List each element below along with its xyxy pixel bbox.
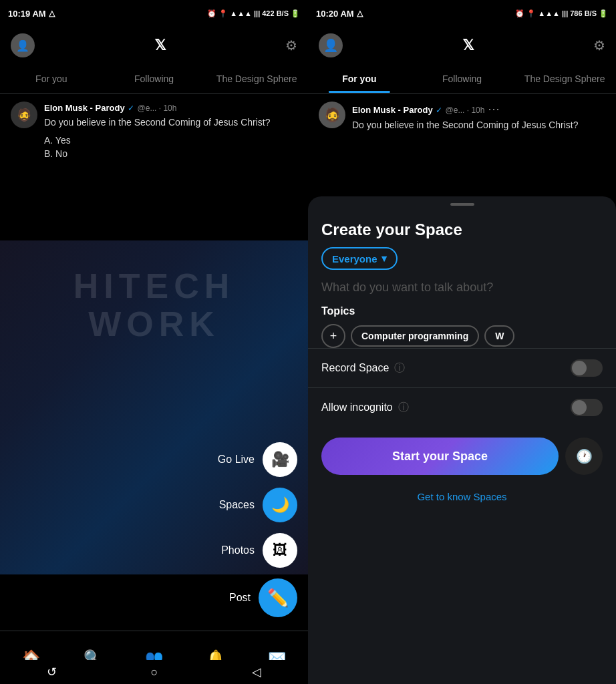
left-poll-options: A. Yes B. No	[44, 135, 297, 159]
add-topic-btn[interactable]: +	[321, 324, 345, 348]
left-alarm-icon: ⏰	[207, 9, 216, 18]
fab-go-live-label: Go Live	[218, 454, 255, 466]
record-space-label: Record Space ⓘ	[321, 361, 405, 375]
left-tweet-meta: @e... · 10h	[138, 104, 177, 113]
left-tab-for-you[interactable]: For you	[0, 64, 103, 93]
fab-post-btn[interactable]: ✏️	[259, 578, 297, 617]
fab-post-label: Post	[229, 592, 251, 604]
more-options-btn[interactable]: ⋯	[488, 102, 502, 116]
right-alarm-icon: ⏰	[515, 9, 524, 18]
left-time: 10:19 AM	[8, 9, 46, 19]
incognito-info-icon[interactable]: ⓘ	[398, 401, 409, 415]
left-wifi-icon: ▲▲▲	[230, 9, 252, 17]
left-poll-a: A. Yes	[44, 135, 297, 146]
right-avatar[interactable]: 👤	[319, 33, 343, 57]
record-space-toggle[interactable]	[571, 359, 603, 377]
sheet-title: Create your Space	[308, 210, 616, 247]
left-verified-icon: ✓	[128, 104, 134, 113]
fab-spaces-label: Spaces	[219, 499, 255, 511]
start-space-button[interactable]: Start your Space	[321, 438, 559, 475]
record-info-icon[interactable]: ⓘ	[394, 361, 405, 375]
watermark-line1: HITECH	[73, 267, 235, 305]
allow-incognito-row: Allow incognito ⓘ	[308, 387, 616, 427]
left-battery-icon: 🔋	[291, 9, 300, 18]
topics-chips: + Computer programming W	[321, 324, 603, 348]
go-live-icon: 🎥	[271, 451, 289, 468]
topics-label: Topics	[321, 305, 603, 317]
left-sys-home[interactable]: ○	[151, 665, 158, 679]
spaces-icon: 🌙	[271, 496, 289, 514]
left-header: 👤 𝕏 ⚙	[0, 27, 308, 64]
left-status-bar: 10:19 AM △ ⏰ 📍 ▲▲▲ ||| 422 B/S 🔋	[0, 0, 308, 27]
left-tab-design[interactable]: The Design Sphere	[205, 64, 308, 93]
fab-post[interactable]: Post ✏️	[229, 578, 297, 617]
right-alert-icon: △	[357, 9, 363, 18]
right-panel: 10:20 AM △ ⏰ 📍 ▲▲▲ ||| 786 B/S 🔋 👤 𝕏 ⚙ F…	[308, 0, 616, 684]
left-signal-icon: |||	[254, 9, 260, 17]
left-speed: 422 B/S	[262, 9, 289, 17]
left-panel: 10:19 AM △ ⏰ 📍 ▲▲▲ ||| 422 B/S 🔋 👤 𝕏 ⚙ F…	[0, 0, 308, 684]
right-signal-icon: |||	[562, 9, 568, 17]
left-pin-icon: 📍	[218, 9, 228, 18]
post-icon: ✏️	[267, 588, 289, 609]
left-avatar[interactable]: 👤	[11, 33, 35, 57]
right-tweet-meta: @e... · 10h	[446, 106, 485, 115]
record-space-row: Record Space ⓘ	[308, 348, 616, 387]
topic-input[interactable]: What do you want to talk about?	[321, 281, 603, 295]
left-tweet-text: Do you believe in the Second Coming of J…	[44, 116, 297, 130]
allow-incognito-toggle[interactable]	[571, 399, 603, 416]
topics-section: Topics + Computer programming W	[308, 305, 616, 348]
right-status-bar: 10:20 AM △ ⏰ 📍 ▲▲▲ ||| 786 B/S 🔋	[308, 0, 616, 27]
left-tweet-body: Elon Musk - Parody ✓ @e... · 10h Do you …	[44, 102, 297, 162]
left-gear-icon[interactable]: ⚙	[285, 37, 297, 53]
create-space-sheet: Create your Space Everyone ▾ What do you…	[308, 196, 616, 684]
left-alert-icon: △	[49, 9, 55, 18]
fab-photos-label: Photos	[221, 544, 255, 556]
fab-spaces-btn[interactable]: 🌙	[263, 488, 297, 522]
left-tweet-author: Elon Musk - Parody	[44, 103, 125, 113]
topic-placeholder: What do you want to talk about?	[321, 281, 493, 294]
schedule-button[interactable]: 🕐	[565, 438, 603, 475]
right-time: 10:20 AM	[316, 9, 354, 19]
fab-go-live-btn[interactable]: 🎥	[263, 442, 297, 477]
left-feed: 🧔 Elon Musk - Parody ✓ @e... · 10h Do yo…	[0, 94, 308, 178]
right-tab-for-you[interactable]: For you	[308, 64, 411, 93]
right-tabs: For you Following The Design Sphere	[308, 64, 616, 94]
left-sys-back[interactable]: ↺	[47, 665, 57, 679]
right-tab-following[interactable]: Following	[411, 64, 514, 93]
right-pin-icon: 📍	[526, 9, 536, 18]
left-tab-following[interactable]: Following	[103, 64, 206, 93]
schedule-icon: 🕐	[576, 448, 593, 464]
left-tabs: For you Following The Design Sphere	[0, 64, 308, 94]
sheet-handle	[450, 203, 474, 206]
right-tweet-body: Elon Musk - Parody ✓ @e... · 10h ⋯ Do yo…	[352, 102, 605, 132]
right-battery-icon: 🔋	[599, 9, 608, 18]
right-tweet-text: Do you believe in the Second Coming of J…	[352, 119, 605, 132]
right-tweet-avatar: 🧔	[319, 102, 345, 128]
right-speed: 786 B/S	[570, 9, 597, 17]
right-x-logo: 𝕏	[462, 37, 474, 54]
left-x-logo: 𝕏	[154, 37, 166, 54]
fab-menu: Go Live 🎥 Spaces 🌙 Photos 🖼 Post ✏️	[218, 442, 297, 617]
left-sys-nav: ↺ ○ ◁	[0, 660, 308, 684]
fab-spaces[interactable]: Spaces 🌙	[219, 488, 297, 522]
left-tweet-avatar: 🧔	[11, 102, 37, 128]
fab-go-live[interactable]: Go Live 🎥	[218, 442, 297, 477]
everyone-dropdown[interactable]: Everyone ▾	[321, 247, 398, 270]
allow-incognito-label: Allow incognito ⓘ	[321, 401, 409, 415]
left-sys-recent[interactable]: ◁	[252, 665, 261, 679]
watermark-line2: WORK	[88, 305, 220, 343]
right-gear-icon[interactable]: ⚙	[593, 37, 605, 53]
topic-chip-1[interactable]: W	[484, 325, 514, 347]
left-poll-b: B. No	[44, 148, 297, 159]
topic-chip-0[interactable]: Computer programming	[351, 325, 479, 347]
right-wifi-icon: ▲▲▲	[538, 9, 560, 17]
right-header: 👤 𝕏 ⚙	[308, 27, 616, 64]
fab-photos[interactable]: Photos 🖼	[221, 533, 297, 568]
start-btn-row: Start your Space 🕐	[308, 427, 616, 486]
right-tab-design[interactable]: The Design Sphere	[513, 64, 616, 93]
chevron-down-icon: ▾	[381, 252, 387, 265]
fab-photos-btn[interactable]: 🖼	[263, 533, 297, 568]
get-to-know-link[interactable]: Get to know Spaces	[308, 486, 616, 508]
everyone-label: Everyone	[332, 253, 377, 265]
